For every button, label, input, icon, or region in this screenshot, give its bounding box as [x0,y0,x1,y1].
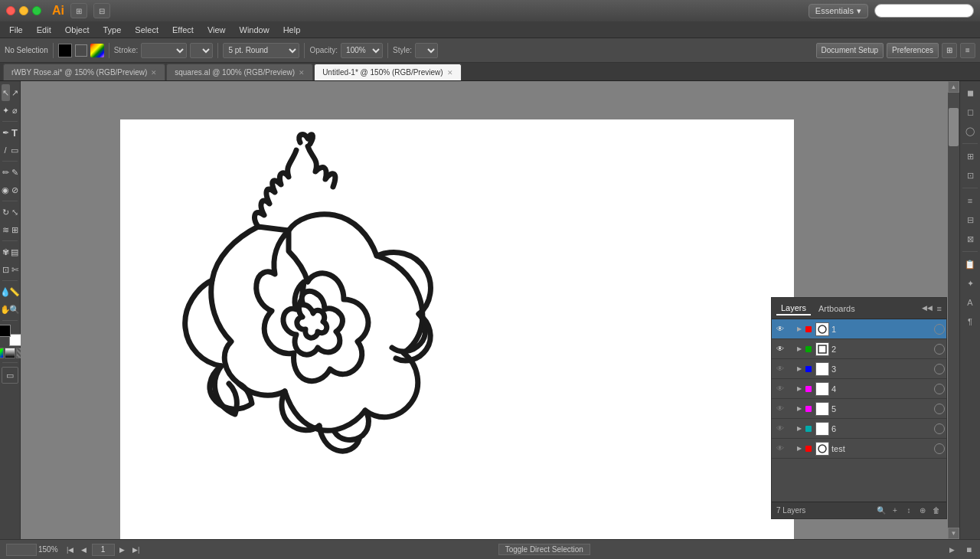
opacity-select[interactable]: 100% [341,43,383,58]
magic-wand-tool[interactable]: ✦ [2,102,10,119]
layers-menu-icon[interactable]: ≡ [937,304,942,313]
type-tool[interactable]: T [11,124,19,141]
tab-close-icon[interactable]: ✕ [447,69,453,77]
rect-tool[interactable]: ▭ [11,142,19,159]
layer-target-circle[interactable] [934,344,945,355]
scroll-down-button[interactable]: ▼ [948,528,959,539]
play-button[interactable]: ▶ [946,544,957,555]
layer-visibility-eye[interactable]: 👁 [773,402,787,416]
layer-name[interactable]: 6 [831,424,934,433]
layer-visibility-eye[interactable]: 👁 [773,422,787,436]
layer-name[interactable]: 3 [831,364,934,374]
artboards-tab[interactable]: Artboards [814,302,860,315]
color-picker-icon[interactable] [90,44,104,57]
menu-window[interactable]: Window [234,24,276,36]
layer-target-circle[interactable] [934,384,945,394]
tab-close-icon[interactable]: ✕ [151,69,157,77]
close-button[interactable] [6,6,15,15]
preferences-button[interactable]: Preferences [887,43,939,58]
prev-page-button[interactable]: ◀ [78,544,90,556]
direct-selection-tool[interactable]: ↗ [11,84,19,101]
layer-row-5[interactable]: 👁 ▶ 5 [772,399,946,419]
tab-squares[interactable]: squares.al @ 100% (RGB/Preview) ✕ [166,64,313,80]
far-right-color-icon[interactable]: ◼ [962,84,978,101]
layer-visibility-eye[interactable]: 👁 [773,362,787,376]
far-right-grid-icon[interactable]: ⊞ [962,148,978,165]
change-screen-mode-tool[interactable]: ▭ [2,367,18,384]
far-right-artboard-icon[interactable]: ⊡ [962,167,978,184]
document-setup-button[interactable]: Document Setup [816,43,884,58]
warp-tool[interactable]: ≋ [2,221,10,238]
stroke-swatch[interactable] [75,44,87,57]
far-right-para-icon[interactable]: ¶ [962,313,978,330]
layer-expand-arrow[interactable]: ▶ [795,444,804,453]
menu-effect[interactable]: Effect [166,24,200,36]
far-right-transform-icon[interactable]: ⊠ [962,230,978,247]
layer-visibility-eye[interactable]: 👁 [773,442,787,456]
menu-select[interactable]: Select [129,24,165,36]
layer-visibility-eye[interactable]: 👁 [773,342,787,356]
style-select[interactable] [415,43,438,58]
fill-swatch[interactable] [58,44,72,57]
fill-color-swatch[interactable] [0,325,11,337]
search-layer-icon[interactable]: 🔍 [876,505,887,516]
pen-tool[interactable]: ✒ [2,124,10,141]
free-transform-tool[interactable]: ⊞ [11,221,19,238]
menu-edit[interactable]: Edit [31,24,57,36]
far-right-layers-icon[interactable]: 📋 [962,256,978,273]
scroll-up-button[interactable]: ▲ [948,81,959,93]
selection-tool[interactable]: ↖ [2,84,10,101]
menu-view[interactable]: View [201,24,232,36]
paintbrush-tool[interactable]: ✏ [2,164,10,181]
stroke-style-select[interactable]: 5 pt. Round [223,43,299,58]
layer-expand-arrow[interactable]: ▶ [795,384,804,394]
far-right-gradient-icon[interactable]: ◻ [962,103,978,120]
menu-help[interactable]: Help [277,24,307,36]
layer-expand-arrow[interactable]: ▶ [795,364,804,374]
layer-expand-arrow[interactable]: ▶ [795,325,804,334]
layer-expand-arrow[interactable]: ▶ [795,404,804,414]
eraser-tool[interactable]: ⊘ [11,181,19,198]
layer-row-1[interactable]: 👁 ▶ 1 [772,319,946,339]
menu-type[interactable]: Type [97,24,128,36]
column-graph-tool[interactable]: ▤ [11,244,19,260]
zoom-tool[interactable]: 🔍 [11,301,19,318]
layer-target-circle[interactable] [934,404,945,414]
pencil-tool[interactable]: ✎ [11,164,19,181]
layer-target-circle[interactable] [934,324,945,335]
first-page-button[interactable]: |◀ [64,544,77,556]
symbol-sprayer-tool[interactable]: ✾ [2,244,10,260]
scroll-thumb[interactable] [949,108,959,146]
color-icon[interactable] [0,348,4,358]
next-page-button[interactable]: ▶ [116,544,129,556]
canvas-area[interactable]: ▲ ▼ Layers Artboards ◀◀ ≡ 👁 ▶ [21,81,959,539]
layer-target-circle[interactable] [934,423,945,434]
file-browser-icon[interactable]: ⊞ [70,3,87,18]
layer-row-2[interactable]: 👁 ▶ 2 [772,339,946,359]
stroke-color-swatch[interactable] [9,334,21,346]
layer-expand-arrow[interactable]: ▶ [795,345,804,354]
page-input[interactable] [92,544,115,556]
rotate-tool[interactable]: ↻ [2,204,10,221]
layer-target-circle[interactable] [934,364,945,374]
line-tool[interactable]: / [2,142,10,159]
panel-options-icon[interactable]: ≡ [960,43,975,58]
slice-tool[interactable]: ✄ [11,261,19,278]
layer-name[interactable]: 2 [831,345,934,354]
menu-object[interactable]: Object [59,24,96,36]
far-right-arrange-icon[interactable]: ≡ [962,192,978,209]
tab-close-icon[interactable]: ✕ [299,69,305,77]
essentials-button[interactable]: Essentials ▾ [808,4,868,18]
layer-target-circle[interactable] [934,443,945,454]
artboard-tool[interactable]: ⊡ [2,261,10,278]
layer-row-3[interactable]: 👁 ▶ 3 [772,359,946,379]
gradient-icon[interactable] [5,348,15,358]
search-input[interactable] [874,4,974,18]
measure-tool[interactable]: 📏 [11,283,19,300]
blob-brush-tool[interactable]: ◉ [2,181,10,198]
eyedropper-tool[interactable]: 💧 [2,283,10,300]
workspace-arrange-icon[interactable]: ⊞ [942,43,957,58]
move-to-layer-icon[interactable]: ↕ [903,505,914,516]
layer-visibility-eye[interactable]: 👁 [773,382,787,396]
vertical-scrollbar[interactable]: ▲ ▼ [948,81,959,539]
